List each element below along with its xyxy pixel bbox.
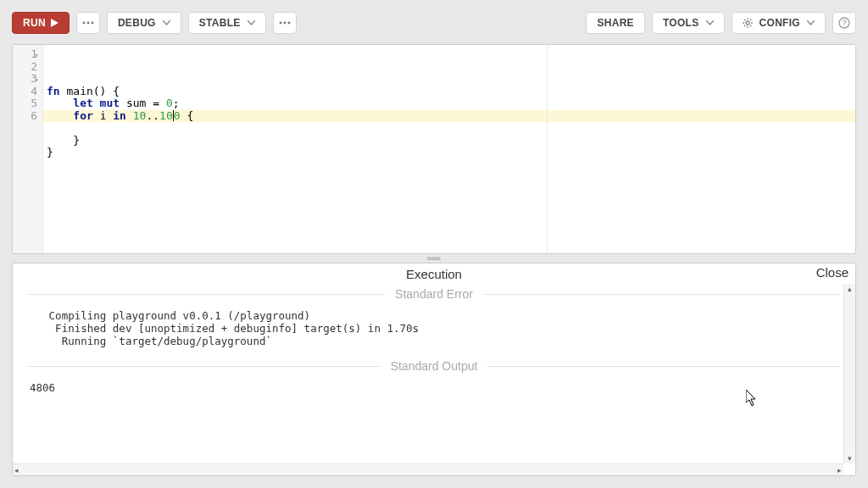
svg-point-5 xyxy=(287,22,290,25)
svg-point-6 xyxy=(746,21,749,25)
ellipsis-icon xyxy=(279,21,291,25)
channel-label: STABLE xyxy=(199,17,241,29)
run-more-button[interactable] xyxy=(76,12,100,34)
line-number: 4 xyxy=(13,86,37,98)
config-label: CONFIG xyxy=(760,17,800,29)
svg-point-4 xyxy=(283,22,286,25)
share-label: SHARE xyxy=(597,17,634,29)
code-line[interactable]: for i in 10..100 { xyxy=(43,110,855,123)
code-line[interactable]: } xyxy=(43,147,855,159)
stdout-section-label: Standard Output xyxy=(13,356,855,376)
ellipsis-icon xyxy=(82,21,94,25)
chevron-down-icon xyxy=(248,20,255,25)
svg-line-14 xyxy=(749,19,750,20)
horizontal-scrollbar[interactable]: ◂ ▸ xyxy=(13,463,843,475)
svg-point-0 xyxy=(83,22,86,25)
line-number: 1 xyxy=(13,48,37,61)
debug-label: DEBUG xyxy=(118,17,156,29)
svg-point-2 xyxy=(92,22,94,25)
line-number: 3 xyxy=(13,73,37,86)
scroll-right-arrow-icon[interactable]: ▸ xyxy=(837,466,842,474)
tools-label: TOOLS xyxy=(663,17,699,29)
play-icon xyxy=(51,19,58,27)
svg-line-12 xyxy=(749,25,750,26)
tools-menu-button[interactable]: TOOLS xyxy=(652,12,725,34)
code-line[interactable] xyxy=(43,122,855,135)
code-line[interactable]: } xyxy=(43,135,855,147)
line-number: 2 xyxy=(13,61,37,74)
svg-point-1 xyxy=(87,22,90,25)
code-line[interactable]: let mut sum = 0; xyxy=(43,97,855,110)
code-area[interactable]: fn main() { let mut sum = 0; for i in 10… xyxy=(43,45,855,253)
stdout-content[interactable]: 4806 xyxy=(13,376,855,402)
scroll-up-arrow-icon[interactable]: ▴ xyxy=(844,284,855,294)
run-button[interactable]: RUN xyxy=(12,12,70,34)
line-number: 5 xyxy=(13,97,37,110)
debug-menu-button[interactable]: DEBUG xyxy=(107,12,181,34)
share-button[interactable]: SHARE xyxy=(586,12,645,34)
panel-resize-handle[interactable] xyxy=(12,254,856,263)
config-menu-button[interactable]: CONFIG xyxy=(732,12,826,34)
channel-menu-button[interactable]: STABLE xyxy=(188,12,266,34)
svg-text:?: ? xyxy=(842,19,846,27)
run-label: RUN xyxy=(23,17,46,29)
code-editor[interactable]: 123456 fn main() { let mut sum = 0; for … xyxy=(12,44,856,254)
toolbar: RUN DEBUG STABLE SHARE TOOLS CONFIG ? xyxy=(12,12,856,34)
stderr-content[interactable]: Compiling playground v0.0.1 (/playground… xyxy=(13,304,855,356)
mode-more-button[interactable] xyxy=(273,12,297,34)
output-panel: Execution Close Standard Error Compiling… xyxy=(12,263,856,476)
svg-line-13 xyxy=(743,25,744,26)
svg-line-11 xyxy=(743,19,744,20)
chevron-down-icon xyxy=(807,20,815,25)
svg-point-3 xyxy=(279,22,281,25)
scroll-left-arrow-icon[interactable]: ◂ xyxy=(14,466,19,474)
print-margin xyxy=(547,45,548,253)
stderr-label-text: Standard Error xyxy=(395,287,473,301)
line-number: 6 xyxy=(13,110,37,123)
help-button[interactable]: ? xyxy=(832,12,856,34)
stderr-section-label: Standard Error xyxy=(13,284,855,304)
line-number-gutter: 123456 xyxy=(13,45,43,253)
vertical-scrollbar[interactable]: ▴ ▾ xyxy=(843,284,855,463)
help-icon: ? xyxy=(838,17,850,29)
output-header: Execution Close xyxy=(13,263,855,284)
stdout-label-text: Standard Output xyxy=(391,359,478,373)
chevron-down-icon xyxy=(163,20,170,25)
gear-icon xyxy=(743,18,753,28)
close-output-button[interactable]: Close xyxy=(816,265,849,280)
output-title: Execution xyxy=(406,267,462,281)
chevron-down-icon xyxy=(706,20,714,25)
scroll-down-arrow-icon[interactable]: ▾ xyxy=(844,453,855,463)
code-line[interactable]: fn main() { xyxy=(43,86,855,98)
grip-icon xyxy=(427,257,441,260)
